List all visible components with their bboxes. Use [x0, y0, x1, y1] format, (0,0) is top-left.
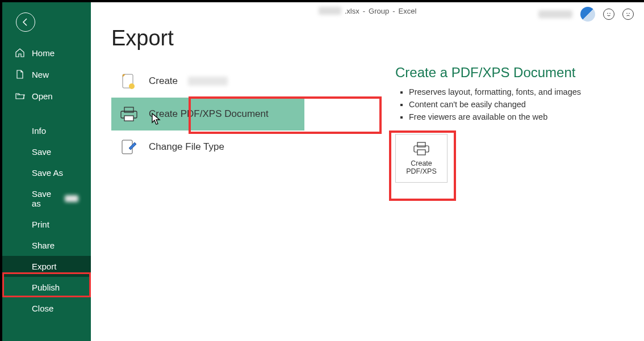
backstage-sidebar: Home New Open Info Save Save As Save as …: [2, 2, 91, 341]
back-button[interactable]: [16, 12, 35, 32]
detail-pane: Create a PDF/XPS Document Preserves layo…: [395, 65, 644, 183]
option-label: Create: [149, 75, 178, 87]
nav-label: Open: [32, 91, 53, 101]
file-suffix: .xlsx: [345, 7, 359, 15]
nav-open[interactable]: Open: [2, 85, 91, 107]
nav-save-as[interactable]: Save As: [2, 162, 91, 183]
nav-share[interactable]: Share: [2, 235, 91, 256]
nav-label: Print: [32, 220, 49, 229]
svg-point-0: [607, 13, 608, 14]
blurred-text: [188, 77, 228, 86]
nav-label: Share: [32, 241, 55, 250]
detail-title: Create a PDF/XPS Document: [395, 65, 644, 81]
title-group: Group: [369, 7, 389, 15]
nav-label: Save: [32, 147, 51, 157]
export-change-file-type-option[interactable]: Change File Type: [111, 130, 304, 163]
nav-label: Info: [32, 126, 46, 136]
nav-label: Home: [32, 48, 55, 58]
nav-print[interactable]: Print: [2, 214, 91, 235]
arrow-left-icon: [21, 18, 30, 27]
export-create-option[interactable]: Create: [111, 65, 304, 98]
smiley-icon[interactable]: [603, 9, 614, 20]
home-icon: [15, 48, 25, 58]
separator: -: [392, 7, 395, 15]
nav-label: Save as: [32, 189, 56, 208]
option-label: Create PDF/XPS Document: [149, 108, 269, 120]
create-pdf-xps-button[interactable]: Create PDF/XPS: [395, 134, 448, 183]
nav-label: Export: [32, 262, 56, 271]
button-text: Create PDF/XPS: [406, 159, 437, 175]
page-title: Export: [111, 26, 174, 50]
title-app: Excel: [399, 7, 417, 15]
bullet-item: Content can't be easily changed: [409, 100, 644, 109]
nav-publish[interactable]: Publish: [2, 277, 91, 298]
nav-home[interactable]: Home: [2, 42, 91, 64]
option-label: Change File Type: [149, 141, 224, 153]
new-file-icon: [15, 69, 25, 79]
nav-export[interactable]: Export: [2, 256, 91, 277]
svg-point-1: [609, 13, 610, 14]
document-icon: [119, 73, 139, 90]
blurred-text: [65, 195, 78, 202]
titlebar: .xlsx - Group - Excel: [91, 2, 644, 19]
nav-save[interactable]: Save: [2, 141, 91, 162]
nav-label: Save As: [32, 168, 63, 178]
change-file-type-icon: [119, 138, 139, 155]
svg-rect-12: [417, 150, 425, 155]
svg-point-2: [626, 13, 628, 14]
title-right: [538, 7, 634, 22]
export-options: Create Create PDF/XPS Document Change Fi…: [111, 65, 304, 163]
blurred-username: [538, 10, 572, 18]
svg-rect-11: [417, 142, 425, 147]
detail-bullets: Preserves layout, formatting, fonts, and…: [395, 87, 644, 121]
separator: -: [363, 7, 365, 15]
folder-open-icon: [15, 91, 25, 101]
bullet-item: Preserves layout, formatting, fonts, and…: [409, 87, 644, 96]
svg-point-5: [129, 83, 135, 89]
nav-new[interactable]: New: [2, 64, 91, 85]
export-create-pdf-option[interactable]: Create PDF/XPS Document: [111, 98, 304, 130]
nav-label: New: [32, 70, 49, 79]
content-area: .xlsx - Group - Excel Export Create: [91, 2, 644, 341]
blurred-filename: [319, 7, 341, 15]
bullet-item: Free viewers are available on the web: [409, 112, 644, 121]
printer-icon: [119, 106, 139, 123]
nav-label: Close: [32, 304, 53, 313]
button-line: PDF/XPS: [406, 167, 437, 175]
frown-icon[interactable]: [622, 9, 634, 20]
title-text: .xlsx - Group - Excel: [319, 7, 417, 15]
avatar[interactable]: [580, 7, 595, 22]
nav-info[interactable]: Info: [2, 120, 91, 141]
svg-point-3: [629, 13, 630, 14]
nav-save-as-2[interactable]: Save as: [2, 183, 91, 214]
printer-icon: [413, 141, 430, 156]
button-line: Create: [406, 159, 437, 167]
nav-close[interactable]: Close: [2, 298, 91, 319]
nav-label: Publish: [32, 283, 60, 292]
svg-rect-8: [124, 116, 133, 121]
